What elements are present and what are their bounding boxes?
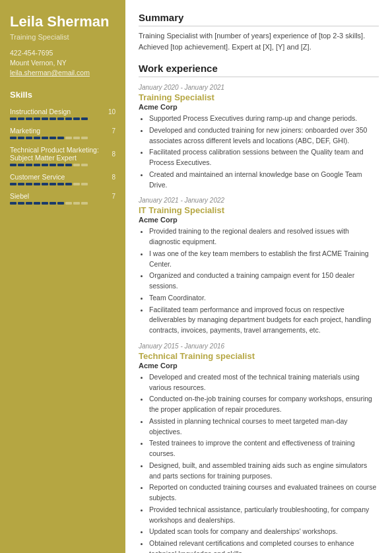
list-item: Assisted in planning technical courses t…	[149, 416, 379, 438]
skill-dot	[42, 137, 48, 139]
skill-dot	[49, 137, 56, 139]
skill-dot	[42, 183, 48, 185]
skill-bar	[10, 202, 115, 205]
skill-bar	[10, 164, 115, 166]
skill-name: Instructional Design	[10, 108, 108, 115]
skill-dot	[57, 137, 64, 139]
skill-score: 7	[112, 193, 115, 200]
skill-name: Technical Product Marketing: Subject Mat…	[10, 146, 112, 162]
skill-name: Marketing	[10, 127, 112, 135]
skill-bar	[10, 117, 115, 120]
skill-dot	[34, 202, 40, 205]
skills-list: Instructional Design10Marketing7Technica…	[10, 108, 115, 205]
skill-name: Customer Service	[10, 173, 112, 181]
job-date: January 2015 - January 2016	[139, 342, 379, 350]
job-entry: January 2015 - January 2016Technical Tra…	[139, 342, 379, 553]
skill-bar	[10, 137, 115, 139]
list-item: Created and maintained an internal knowl…	[149, 170, 379, 191]
list-item: Provided technical assistance, particula…	[149, 505, 379, 526]
skill-dot	[34, 117, 40, 120]
list-item: Facilitated process calibration sessions…	[149, 147, 379, 168]
skill-dot	[18, 202, 24, 205]
skill-dot	[65, 117, 72, 120]
skill-dot	[42, 202, 48, 205]
skill-dot	[10, 202, 16, 205]
skill-dot	[73, 202, 80, 205]
skill-dot	[81, 183, 88, 185]
job-bullets: Developed and created most of the techni…	[139, 372, 379, 553]
email[interactable]: leila.sherman@email.com	[10, 69, 115, 77]
skill-score: 10	[108, 108, 115, 115]
summary-text: Training Specialist with [number of year…	[139, 30, 379, 52]
skill-dot	[10, 117, 16, 120]
skill-item: Customer Service8	[10, 173, 115, 185]
summary-section: Summary Training Specialist with [number…	[139, 12, 379, 52]
phone: 422-454-7695	[10, 49, 115, 57]
skill-name: Siebel	[10, 192, 112, 200]
skill-dot	[65, 164, 72, 166]
skill-dot	[10, 164, 16, 166]
list-item: Reported on conducted training courses a…	[149, 482, 379, 504]
candidate-name: Leila Sherman	[10, 13, 115, 30]
skill-dot	[49, 117, 56, 120]
job-entry: January 2021 - January 2022IT Training S…	[139, 197, 379, 336]
candidate-title: Training Specialist	[10, 33, 115, 41]
skill-dot	[18, 137, 24, 139]
skill-dot	[73, 164, 80, 166]
list-item: Supported Process Executives during ramp…	[149, 114, 379, 124]
skill-score: 7	[112, 127, 115, 135]
skill-dot	[57, 202, 64, 205]
skill-dot	[81, 137, 88, 139]
location: Mount Vernon, NY	[10, 59, 115, 67]
skill-dot	[65, 137, 72, 139]
jobs-list: January 2020 - January 2021Training Spec…	[139, 84, 379, 553]
skill-dot	[81, 164, 88, 166]
skill-score: 8	[112, 150, 115, 158]
skill-dot	[65, 183, 72, 185]
skill-dot	[73, 183, 80, 185]
main-content: Summary Training Specialist with [number…	[125, 0, 392, 553]
list-item: Developed and created most of the techni…	[149, 372, 379, 393]
list-item: Conducted on-the-job training courses fo…	[149, 394, 379, 415]
skill-dot	[49, 183, 56, 185]
skill-dot	[18, 183, 24, 185]
skill-dot	[57, 164, 64, 166]
job-company: Acme Corp	[139, 216, 379, 224]
skill-item: Marketing7	[10, 127, 115, 139]
summary-title: Summary	[139, 12, 379, 26]
skills-section-title: Skills	[10, 90, 115, 100]
skill-dot	[26, 202, 32, 205]
skill-dot	[81, 117, 88, 120]
job-date: January 2020 - January 2021	[139, 84, 379, 91]
skill-dot	[34, 164, 40, 166]
job-bullets: Supported Process Executives during ramp…	[139, 114, 379, 190]
skill-item: Instructional Design10	[10, 108, 115, 120]
list-item: Provided training to the regional dealer…	[149, 226, 379, 247]
skill-dot	[57, 117, 64, 120]
skill-dot	[26, 164, 32, 166]
sidebar: Leila Sherman Training Specialist 422-45…	[0, 0, 125, 553]
list-item: Developed and conducted training for new…	[149, 125, 379, 146]
list-item: Designed, built, and assembled training …	[149, 461, 379, 482]
skill-dot	[73, 137, 80, 139]
list-item: Facilitated team performance and improve…	[149, 305, 379, 336]
job-title: IT Training Specialist	[139, 205, 379, 215]
list-item: Organized and conducted a training campa…	[149, 271, 379, 292]
skill-item: Siebel7	[10, 192, 115, 205]
skill-item: Technical Product Marketing: Subject Mat…	[10, 146, 115, 166]
skill-dot	[26, 117, 32, 120]
job-title: Training Specialist	[139, 92, 379, 102]
skill-dot	[49, 202, 56, 205]
skill-dot	[10, 183, 16, 185]
work-section: Work experience January 2020 - January 2…	[139, 63, 379, 553]
job-date: January 2021 - January 2022	[139, 197, 379, 204]
skill-dot	[81, 202, 88, 205]
skill-dot	[18, 117, 24, 120]
skill-dot	[26, 137, 32, 139]
job-title: Technical Training specialist	[139, 351, 379, 361]
skill-dot	[42, 117, 48, 120]
skill-score: 8	[112, 174, 115, 181]
list-item: Updated scan tools for company and deale…	[149, 527, 379, 537]
job-entry: January 2020 - January 2021Training Spec…	[139, 84, 379, 190]
skill-bar	[10, 183, 115, 185]
